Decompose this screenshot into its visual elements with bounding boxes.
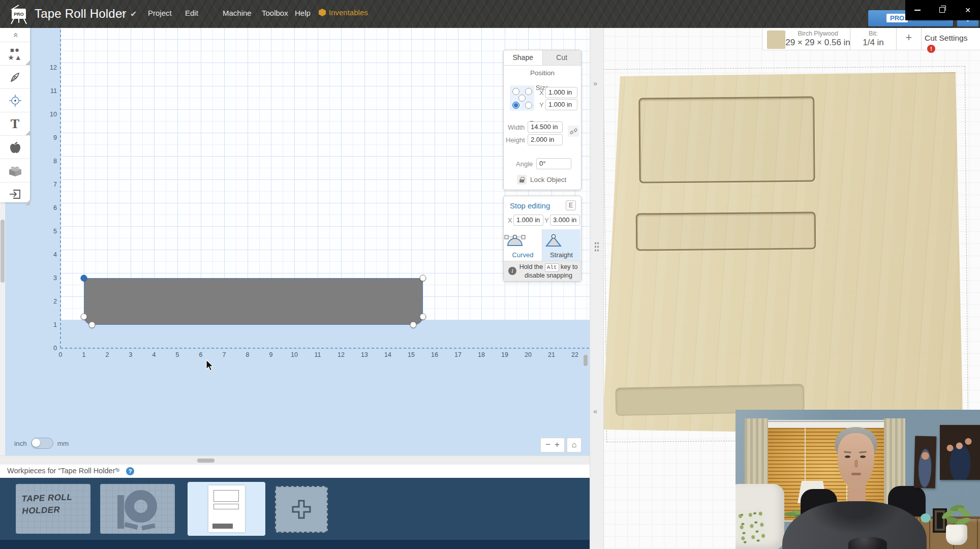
straight-point-button[interactable]: Straight — [542, 229, 580, 261]
material-name[interactable]: Birch Plywood — [788, 30, 847, 37]
y-tick-label: 0 — [53, 345, 57, 352]
width-input[interactable]: 14.500 in — [528, 121, 563, 133]
angle-input[interactable]: 0° — [536, 158, 571, 169]
mouse-cursor-icon — [206, 359, 215, 372]
link-dimensions-icon[interactable] — [568, 126, 579, 137]
import-button[interactable] — [0, 182, 30, 205]
lock-icon[interactable] — [517, 175, 527, 185]
easel-app: 012345678910111213141516171819202122 012… — [0, 0, 980, 549]
anchor-center[interactable] — [518, 95, 526, 102]
point-x-input[interactable]: 1.000 in — [513, 215, 543, 226]
menu-machine[interactable]: Machine — [223, 9, 252, 17]
text-tool-button[interactable]: T — [0, 112, 30, 136]
inventables-link[interactable]: Inventables — [319, 8, 368, 17]
toolbar-collapse-button[interactable]: » — [0, 28, 30, 42]
restore-button[interactable] — [930, 0, 954, 20]
position-y-input[interactable]: 1.000 in — [545, 99, 577, 110]
toggle-knob[interactable] — [32, 439, 40, 447]
menu-help[interactable]: Help — [295, 9, 311, 17]
height-input[interactable]: 2.000 in — [528, 134, 563, 145]
zoom-in-button[interactable]: + — [553, 440, 562, 449]
straight-icon — [542, 232, 565, 247]
menu-toolbox[interactable]: Toolbox — [262, 9, 288, 17]
minimize-button[interactable] — [905, 0, 930, 20]
material-size[interactable]: 29 × 29 × 0.56 in — [785, 38, 850, 48]
x-tick-label: 12 — [338, 351, 345, 358]
material-swatch[interactable] — [767, 30, 785, 49]
workpiece-thumbnail-text[interactable]: TAPE ROLLHOLDER — [16, 484, 90, 534]
workpiece-thumbnail-roll[interactable] — [100, 484, 175, 534]
workpiece-thumbnail-selected[interactable] — [188, 482, 265, 536]
anchor-bottom-right[interactable] — [525, 102, 532, 109]
tab-shape[interactable]: Shape — [504, 50, 542, 65]
pen-tool-button[interactable] — [0, 66, 30, 89]
collapse-left-icon[interactable]: « — [593, 407, 597, 415]
wall-photo — [914, 436, 937, 488]
project-title[interactable]: Tape Roll Holder — [35, 7, 127, 21]
anchor-bottom-left[interactable] — [512, 102, 519, 109]
x-tick-label: 10 — [291, 351, 298, 358]
panel-divider[interactable]: » « — [590, 28, 604, 549]
x-tick-label: 6 — [199, 351, 203, 358]
node-handle[interactable] — [81, 314, 87, 320]
x-tick-label: 2 — [106, 351, 109, 358]
canvas-vertical-scrollbar[interactable] — [584, 355, 588, 366]
horizontal-scrollbar-thumb[interactable] — [197, 459, 215, 463]
x-tick-label: 18 — [478, 351, 485, 358]
webcam-video-overlay — [736, 410, 980, 549]
node-handle[interactable] — [410, 322, 417, 328]
snapping-hint: i Hold the Alt key to disable snapping — [504, 261, 581, 281]
close-button[interactable]: ✕ — [956, 0, 980, 20]
x-tick-label: 4 — [152, 351, 156, 358]
menu-project[interactable]: Project — [148, 9, 172, 17]
x-tick-label: 17 — [454, 351, 462, 358]
zoom-out-button[interactable]: − — [543, 440, 553, 449]
cut-settings-button[interactable]: Cut Settings! — [925, 34, 977, 53]
units-toggle[interactable] — [31, 438, 53, 449]
x-tick-label: 13 — [361, 351, 368, 358]
tab-cut[interactable]: Cut — [542, 50, 581, 65]
y-tick-label: 9 — [53, 134, 57, 141]
y-tick-label: 7 — [53, 181, 57, 188]
node-handle-selected[interactable] — [81, 275, 87, 282]
add-bit-button[interactable]: + — [899, 31, 918, 44]
add-workpiece-button[interactable] — [275, 486, 328, 533]
easel-logo: PRO — [8, 4, 29, 24]
divider-grip-handle[interactable] — [594, 241, 599, 253]
microphone — [848, 537, 887, 549]
collapse-right-icon[interactable]: » — [593, 79, 597, 87]
canvas-horizontal-scrollbar[interactable] — [0, 455, 590, 465]
position-x-input[interactable]: 1.000 in — [545, 87, 577, 98]
node-handle[interactable] — [89, 322, 96, 328]
x-tick-label: 5 — [176, 351, 179, 358]
x-tick-label: 3 — [129, 351, 133, 358]
x-tick-label: 22 — [571, 351, 578, 358]
zoom-home-button[interactable]: ⌂ — [567, 438, 581, 452]
bit-value[interactable]: 1/4 in — [852, 38, 894, 48]
lock-object-label: Lock Object — [530, 176, 566, 184]
material-bottom-edge — [60, 348, 590, 349]
design-canvas[interactable]: 012345678910111213141516171819202122 012… — [0, 28, 590, 455]
menu-edit[interactable]: Edit — [185, 9, 198, 17]
stop-editing-link[interactable]: Stop editing — [510, 201, 550, 210]
left-scrollbar-track[interactable] — [0, 202, 5, 455]
node-handle[interactable] — [420, 314, 426, 320]
center-point-tool-button[interactable] — [0, 89, 30, 112]
favorite-star-icon[interactable]: ☆ — [119, 9, 126, 19]
workpieces-help-icon[interactable]: ? — [126, 467, 134, 475]
anchor-top-left[interactable] — [512, 88, 519, 95]
anchor-top-right[interactable] — [525, 88, 532, 95]
node-handle[interactable] — [420, 275, 426, 282]
shapes-tool-button[interactable]: ■●★▲ — [0, 42, 30, 66]
y-tick-label: 5 — [53, 228, 57, 235]
selected-shape-rectangle[interactable] — [84, 278, 423, 325]
3d-blocks-button[interactable] — [0, 159, 30, 182]
curved-point-button[interactable]: Curved — [504, 229, 542, 261]
zoom-controls: −+ — [540, 438, 565, 452]
workpieces-collapse-icon[interactable]: » — [114, 468, 122, 472]
icons-library-button[interactable] — [0, 136, 30, 159]
lock-object-control[interactable]: Lock Object — [517, 175, 566, 185]
left-scrollbar-thumb[interactable] — [1, 220, 5, 283]
point-y-input[interactable]: 3.000 in — [550, 215, 580, 226]
workpieces-title: Workpieces for “Tape Roll Holder” — [7, 467, 117, 475]
